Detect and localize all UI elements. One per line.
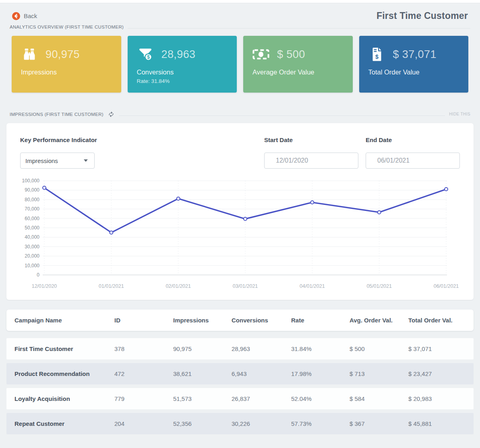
table-cell: 472 — [114, 370, 173, 377]
svg-text:$: $ — [147, 54, 150, 60]
svg-text:100,000: 100,000 — [22, 178, 40, 184]
back-arrow-icon — [12, 12, 20, 20]
total-order-value: $ 37,071 — [393, 48, 437, 61]
chart-point — [244, 217, 247, 221]
money-bill-icon — [252, 49, 269, 60]
start-date-block: Start Date — [264, 136, 358, 169]
end-date-input[interactable] — [366, 153, 460, 169]
col-rate: Rate — [291, 317, 350, 324]
file-invoice-dollar-icon: $ — [368, 47, 385, 62]
chart-point — [378, 211, 381, 214]
svg-text:60,000: 60,000 — [25, 216, 39, 221]
table-cell: 26,837 — [232, 395, 291, 402]
svg-text:$: $ — [375, 54, 379, 60]
table-cell: 204 — [114, 420, 173, 427]
page-title: First Time Customer — [377, 10, 468, 21]
table-cell: $ 367 — [350, 420, 408, 427]
chart-point — [310, 201, 314, 204]
back-label: Back — [24, 12, 37, 19]
conversions-card: $ 28,963 Conversions Rate: 31.84% — [128, 36, 237, 93]
overview-section-label: ANALYTICS OVERVIEW (FIRST TIME CUSTOMER) — [10, 25, 124, 29]
col-avg-order-val: Avg. Order Val. — [350, 317, 408, 324]
kpi-label: Key Performance Indicator — [20, 136, 97, 143]
overview-section-header: ANALYTICS OVERVIEW (FIRST TIME CUSTOMER) — [6, 25, 474, 29]
total-order-value-card: $ $ 37,071 Total Order Value — [359, 36, 469, 93]
conversions-label: Conversions — [137, 68, 228, 76]
kpi-select[interactable]: Impressions — [20, 153, 95, 169]
start-date-input[interactable] — [264, 153, 358, 169]
table-cell: 378 — [114, 345, 173, 352]
impressions-line-chart: 010,00020,00030,00040,00050,00060,00070,… — [20, 177, 460, 293]
table-cell: 30,226 — [232, 420, 291, 427]
table-cell: 28,963 — [232, 345, 291, 352]
conversions-rate: Rate: 31.84% — [137, 78, 228, 84]
end-date-block: End Date — [366, 136, 460, 169]
impressions-label: Impressions — [21, 68, 112, 76]
campaign-name-cell: Loyalty Acquisition — [14, 395, 114, 402]
avg-order-value-card: $ 500 Average Order Value — [243, 36, 353, 93]
impressions-card: 90,975 Impressions — [12, 36, 121, 93]
table-cell: 52,356 — [173, 420, 232, 427]
funnel-dollar-icon: $ — [137, 47, 154, 62]
total-order-label: Total Order Value — [368, 68, 459, 76]
svg-text:04/01/2021: 04/01/2021 — [300, 283, 325, 289]
svg-text:40,000: 40,000 — [25, 234, 39, 240]
table-cell: 51,573 — [173, 395, 232, 402]
line-chart-svg: 010,00020,00030,00040,00050,00060,00070,… — [20, 177, 460, 293]
svg-text:05/01/2021: 05/01/2021 — [366, 283, 392, 289]
table-row[interactable]: Repeat Customer20452,35630,22657.73%$ 36… — [6, 413, 474, 434]
campaign-table-header: Campaign Name ID Impressions Conversions… — [6, 310, 474, 331]
campaign-name-cell: Product Recommendation — [14, 370, 114, 377]
table-row[interactable]: Loyalty Acquisition77951,57326,83752.04%… — [6, 388, 474, 409]
end-date-label: End Date — [366, 136, 460, 143]
svg-text:02/01/2021: 02/01/2021 — [166, 283, 191, 289]
impressions-value: 90,975 — [46, 48, 80, 61]
analytics-page: Back First Time Customer ANALYTICS OVERV… — [0, 3, 480, 444]
svg-text:70,000: 70,000 — [25, 206, 39, 212]
start-date-label: Start Date — [264, 136, 358, 143]
kpi-block: Key Performance Indicator Impressions — [20, 136, 97, 169]
table-row[interactable]: Product Recommendation47238,6216,94317.9… — [6, 363, 474, 384]
table-cell: 31.84% — [291, 345, 350, 352]
svg-text:80,000: 80,000 — [25, 197, 39, 202]
conversions-value: 28,963 — [161, 48, 196, 61]
refresh-icon[interactable] — [108, 111, 115, 118]
impressions-section-header: IMPRESSIONS (FIRST TIME CUSTOMER) HIDE T… — [6, 110, 474, 118]
table-cell: $ 23,427 — [408, 370, 474, 377]
table-cell: $ 37,071 — [408, 345, 474, 352]
impressions-chart-card: Key Performance Indicator Impressions St… — [6, 123, 474, 300]
section-divider — [128, 28, 470, 29]
col-id: ID — [114, 317, 173, 324]
table-row[interactable]: First Time Customer37890,97528,96331.84%… — [6, 338, 474, 359]
chart-point — [445, 188, 448, 191]
campaign-table-body: First Time Customer37890,97528,96331.84%… — [6, 338, 474, 434]
top-strip — [0, 0, 480, 3]
stat-cards-row: 90,975 Impressions $ 28,963 Conversions … — [12, 36, 468, 93]
table-cell: 52.04% — [291, 395, 350, 402]
table-cell: 90,975 — [173, 345, 232, 352]
chart-point — [177, 197, 180, 200]
svg-text:20,000: 20,000 — [25, 253, 39, 259]
back-button[interactable]: Back — [12, 12, 37, 20]
table-cell: $ 713 — [350, 370, 408, 377]
col-conversions: Conversions — [232, 317, 291, 324]
table-cell: 779 — [114, 395, 173, 402]
campaign-name-cell: First Time Customer — [14, 345, 114, 352]
svg-text:10,000: 10,000 — [25, 263, 39, 268]
binoculars-icon — [21, 47, 38, 61]
table-cell: 57.73% — [291, 420, 350, 427]
campaign-name-cell: Repeat Customer — [14, 420, 114, 427]
table-cell: $ 20,983 — [408, 395, 474, 402]
hide-this-button[interactable]: HIDE THIS — [449, 112, 470, 116]
chart-controls: Key Performance Indicator Impressions St… — [20, 136, 460, 169]
svg-text:30,000: 30,000 — [25, 244, 39, 250]
table-cell: 38,621 — [173, 370, 232, 377]
col-impressions: Impressions — [173, 317, 232, 324]
svg-text:90,000: 90,000 — [25, 187, 39, 193]
table-cell: $ 584 — [350, 395, 408, 402]
svg-text:50,000: 50,000 — [25, 225, 39, 231]
svg-text:0: 0 — [37, 272, 39, 278]
col-campaign-name: Campaign Name — [14, 317, 114, 324]
col-total-order-val: Total Order Val. — [408, 317, 474, 324]
kpi-selected-value: Impressions — [25, 157, 58, 164]
